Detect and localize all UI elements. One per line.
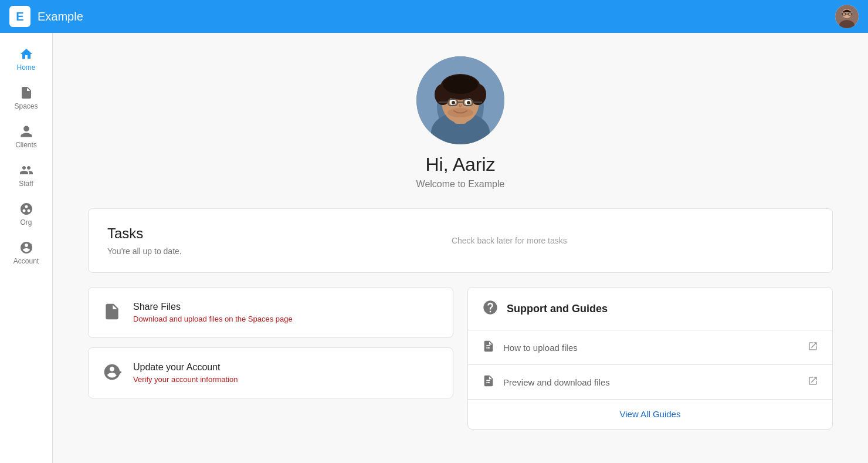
support-header: Support and Guides: [468, 288, 832, 330]
svg-point-25: [447, 108, 473, 117]
update-account-title: Update your Account: [133, 362, 238, 373]
support-footer: View All Guides: [468, 400, 832, 429]
share-files-info: Share Files Download and upload files on…: [133, 302, 293, 323]
update-account-icon: [103, 363, 121, 384]
tasks-title: Tasks: [107, 225, 182, 242]
tasks-info: Tasks You're all up to date.: [107, 225, 182, 256]
share-files-title: Share Files: [133, 302, 293, 312]
sidebar-label-org: Org: [20, 218, 32, 227]
app-logo: E: [9, 6, 30, 27]
update-account-subtitle: Verify your account information: [133, 375, 238, 384]
sidebar-label-account: Account: [13, 257, 39, 265]
support-doc-icon-1: [482, 340, 495, 355]
support-card: Support and Guides How to upload files: [467, 287, 833, 430]
view-all-guides-button[interactable]: View All Guides: [620, 409, 681, 419]
sidebar-item-account[interactable]: Account: [0, 234, 52, 272]
svg-point-6: [29, 244, 32, 246]
greeting-text: Hi, Aariz: [425, 154, 495, 175]
support-link-text-2: Preview and download files: [503, 377, 799, 387]
svg-point-18: [452, 101, 455, 104]
bottom-grid: Share Files Download and upload files on…: [88, 287, 833, 430]
tasks-empty-message: Check back later for more tasks: [205, 236, 813, 245]
external-link-icon-1: [808, 341, 818, 354]
sidebar-item-home[interactable]: Home: [0, 40, 52, 79]
main-content: Hi, Aariz Welcome to Example Tasks You'r…: [53, 33, 868, 463]
sidebar-label-spaces: Spaces: [14, 102, 38, 110]
sidebar-label-staff: Staff: [19, 180, 33, 188]
support-link-text-1: How to upload files: [503, 343, 799, 353]
user-avatar[interactable]: [835, 5, 859, 28]
share-files-subtitle: Download and upload files on the Spaces …: [133, 315, 293, 323]
svg-point-15: [443, 75, 478, 94]
sidebar: Home Spaces Clients Staff Org Account: [0, 33, 53, 463]
sidebar-label-home: Home: [16, 63, 35, 72]
tasks-up-to-date: You're all up to date.: [107, 246, 182, 256]
external-link-icon-2: [808, 376, 818, 388]
sidebar-item-clients[interactable]: Clients: [0, 117, 52, 156]
svg-point-19: [467, 101, 470, 104]
sidebar-label-clients: Clients: [15, 141, 37, 149]
action-cards-column: Share Files Download and upload files on…: [88, 287, 453, 430]
app-layout: Home Spaces Clients Staff Org Account: [0, 0, 868, 463]
profile-avatar: [416, 56, 504, 144]
share-files-icon: [103, 302, 121, 323]
support-link-upload[interactable]: How to upload files: [468, 330, 832, 365]
welcome-text: Welcome to Example: [416, 179, 505, 190]
topbar: E Example: [0, 0, 868, 33]
sidebar-item-spaces[interactable]: Spaces: [0, 79, 52, 117]
update-account-info: Update your Account Verify your account …: [133, 362, 238, 384]
tasks-card: Tasks You're all up to date. Check back …: [88, 208, 833, 273]
sidebar-item-org[interactable]: Org: [0, 195, 52, 234]
share-files-card[interactable]: Share Files Download and upload files on…: [88, 287, 453, 338]
support-doc-icon-2: [482, 374, 495, 390]
profile-section: Hi, Aariz Welcome to Example: [88, 56, 833, 190]
app-title: Example: [38, 10, 83, 23]
sidebar-item-staff[interactable]: Staff: [0, 156, 52, 195]
support-link-preview[interactable]: Preview and download files: [468, 365, 832, 400]
support-title: Support and Guides: [507, 303, 608, 315]
update-account-card[interactable]: Update your Account Verify your account …: [88, 347, 453, 398]
support-icon: [482, 299, 499, 318]
